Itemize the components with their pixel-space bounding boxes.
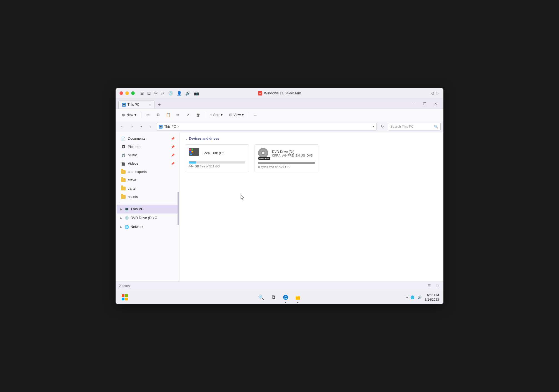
tab-close-btn[interactable]: × <box>149 103 151 106</box>
drive-d-fill <box>258 162 315 164</box>
win-close-btn[interactable]: ✕ <box>430 100 441 107</box>
camera-icon[interactable]: 📷 <box>194 91 199 96</box>
taskbar-edge-btn[interactable] <box>281 292 291 302</box>
pictures-icon: 🖼 <box>121 145 126 149</box>
sidebar-toggle-icon[interactable]: ⊟ <box>140 91 144 96</box>
view-button[interactable]: ⊞ View ▾ <box>226 110 247 119</box>
svg-rect-2 <box>296 296 300 300</box>
drive-d-sub-name: CPRA_A64FRE_EN-US_DV5 <box>272 154 313 157</box>
up-button[interactable]: ↑ <box>147 123 154 130</box>
mac-close-btn[interactable] <box>119 91 123 95</box>
section-header-devices[interactable]: ⌄ Devices and drives <box>185 137 438 140</box>
nav-arrows-icon[interactable]: ⇄ <box>161 91 165 96</box>
tab-add-btn[interactable]: + <box>156 101 163 109</box>
recent-button[interactable]: ▾ <box>137 123 145 130</box>
tab-this-pc[interactable]: 💻 This PC × <box>118 100 154 109</box>
tray-network-icon[interactable]: 🌐 <box>410 295 415 300</box>
svg-rect-3 <box>296 296 298 297</box>
sidebar-scrollbar[interactable] <box>178 192 179 225</box>
content-area: ⌄ Devices and drives <box>179 132 443 282</box>
sort-button[interactable]: ↕ Sort ▾ <box>207 110 225 119</box>
taskbar-clock[interactable]: 6:36 PM 8/14/2023 <box>425 293 439 301</box>
win-maximize-btn[interactable]: ❐ <box>419 100 430 107</box>
back-mac-icon[interactable]: ◁ <box>431 91 434 96</box>
breadcrumb-pc-label: This PC <box>164 125 176 129</box>
back-button[interactable]: ← <box>118 123 126 130</box>
mac-zoom-btn[interactable] <box>131 91 135 95</box>
forward-button[interactable]: → <box>128 123 136 130</box>
drive-c-fill <box>189 161 196 164</box>
share-button[interactable]: ↗ <box>184 110 193 119</box>
drive-item-local-c[interactable]: Local Disk (C:) 444 GB free of 511 GB <box>185 144 249 172</box>
sidebar-item-steva[interactable]: steva <box>117 176 178 184</box>
new-button[interactable]: ⊕ New ▾ <box>119 110 139 119</box>
sidebar-item-documents[interactable]: 📄 Documents 📌 <box>117 134 178 143</box>
dvd-d-icon: DVD-ROM <box>258 148 269 159</box>
delete-button[interactable]: 🗑 <box>194 110 203 119</box>
sidebar-item-assets[interactable]: assets <box>117 193 178 201</box>
clock-date: 8/14/2023 <box>425 297 439 302</box>
toolbar-sep-2 <box>205 112 205 118</box>
disk-icon[interactable]: 💿 <box>168 91 173 96</box>
sidebar-item-cartel[interactable]: cartel <box>117 184 178 193</box>
folder-icon-chat-exports <box>121 170 126 174</box>
copy-button[interactable]: ⧉ <box>154 110 163 119</box>
taskbar-center: 🔍 ⧉ <box>256 292 303 302</box>
sidebar-item-pictures[interactable]: 🖼 Pictures 📌 <box>117 143 178 151</box>
volume-icon[interactable]: 🔊 <box>185 91 191 96</box>
mac-minimize-btn[interactable] <box>125 91 129 95</box>
view-arrow-icon: ▾ <box>242 113 244 117</box>
drive-c-info: 444 GB free of 511 GB <box>189 165 245 168</box>
tray-volume-icon[interactable]: 🔊 <box>417 295 423 300</box>
network-icon: 🌐 <box>124 225 129 229</box>
dvd-label: DVD-ROM <box>258 157 270 160</box>
taskbar-taskview-btn[interactable]: ⧉ <box>268 292 278 302</box>
sidebar-item-videos[interactable]: 🎬 Videos 📌 <box>117 159 178 168</box>
sidebar-item-this-pc[interactable]: ▶ 💻 This PC <box>117 205 178 213</box>
user-icon[interactable]: 👤 <box>177 91 182 96</box>
scissors-icon[interactable]: ✂ <box>154 91 158 96</box>
new-label: New <box>126 113 133 117</box>
pin-icon-videos: 📌 <box>171 162 175 165</box>
pin-icon-documents: 📌 <box>171 137 175 140</box>
expand-arrow-network: ▶ <box>119 225 123 228</box>
cursor-area <box>241 194 438 202</box>
taskbar-search-btn[interactable]: 🔍 <box>256 292 266 302</box>
edge-icon <box>283 295 288 300</box>
grid-view-btn[interactable]: ⊞ <box>434 283 440 289</box>
search-icon: 🔍 <box>434 125 438 129</box>
folder-icon-steva <box>121 178 126 182</box>
forward-mac-icon[interactable]: ▷ <box>436 91 440 96</box>
sidebar-item-dvd-drive[interactable]: ▶ 💿 DVD Drive (D:) C <box>117 213 178 222</box>
mac-titlebar: ⊟ ⊡ ✂ ⇄ 💿 👤 🔊 📷 W Windows 11 64-bit Arm … <box>116 88 443 99</box>
taskbar-files-btn[interactable] <box>293 292 303 302</box>
sidebar-item-chat-exports[interactable]: chat exports <box>117 168 178 176</box>
section-chevron: ⌄ <box>185 137 187 140</box>
sidebar-item-music[interactable]: 🎵 Music 📌 <box>117 151 178 159</box>
search-box[interactable]: Search This PC 🔍 <box>388 123 441 130</box>
videos-icon: 🎬 <box>121 161 126 166</box>
display-icon[interactable]: ⊡ <box>147 91 151 96</box>
win-logo-yellow <box>125 298 128 300</box>
app-icon: W <box>258 91 262 96</box>
refresh-button[interactable]: ↻ <box>378 123 386 130</box>
breadcrumb[interactable]: 💻 This PC > ▾ <box>156 123 377 130</box>
start-button[interactable] <box>120 293 129 302</box>
mac-toolbar-icons: ⊟ ⊡ ✂ ⇄ 💿 👤 🔊 📷 <box>140 91 199 96</box>
win-minimize-btn[interactable]: — <box>408 100 419 107</box>
more-button[interactable]: ··· <box>251 110 260 119</box>
cut-button[interactable]: ✂ <box>144 110 153 119</box>
dvd-disc <box>258 148 268 158</box>
list-view-btn[interactable]: ☰ <box>426 283 432 289</box>
rename-button[interactable]: ✏ <box>174 110 183 119</box>
drive-item-dvd-d[interactable]: DVD-ROM DVD Drive (D:) CPRA_A64FRE_EN-US… <box>254 144 318 172</box>
tray-overflow-btn[interactable]: ∧ <box>406 295 408 299</box>
tab-label: This PC <box>128 103 139 107</box>
drive-d-info-text: 0 bytes free of 7.24 GB <box>258 165 315 169</box>
paste-button[interactable]: 📋 <box>164 110 173 119</box>
expand-arrow-dvd: ▶ <box>119 217 123 220</box>
win-logo-red <box>122 294 124 297</box>
sidebar-item-network[interactable]: ▶ 🌐 Network <box>117 222 178 231</box>
breadcrumb-dropdown-btn[interactable]: ▾ <box>373 125 374 128</box>
view-label: View <box>234 113 241 117</box>
